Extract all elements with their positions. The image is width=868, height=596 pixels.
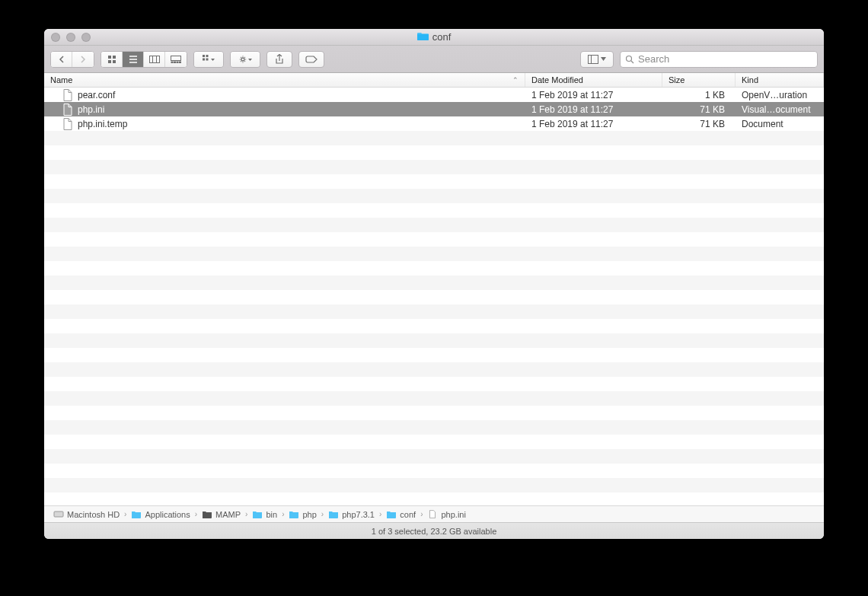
empty-row [44, 420, 824, 435]
empty-row [44, 145, 824, 160]
column-name[interactable]: Name ⌃ [44, 73, 525, 87]
action-group [230, 51, 260, 68]
view-gallery-button[interactable] [165, 52, 187, 67]
column-date[interactable]: Date Modified [525, 73, 662, 87]
breadcrumb-label: php.ini [441, 510, 465, 519]
svg-line-23 [631, 61, 633, 63]
share-icon [275, 54, 284, 65]
file-size: 71 KB [662, 104, 736, 115]
empty-row [44, 189, 824, 203]
share-button[interactable] [266, 51, 292, 68]
status-bar: 1 of 3 selected, 23.2 GB available [44, 522, 824, 539]
breadcrumb[interactable]: Applications [131, 510, 190, 519]
svg-rect-24 [54, 512, 63, 517]
titlebar: conf [44, 29, 824, 46]
file-name: php.ini [78, 104, 104, 115]
columns-icon [149, 56, 160, 63]
empty-row [44, 276, 824, 290]
empty-row [44, 478, 824, 492]
arrange-group [193, 51, 224, 68]
breadcrumb-icon [328, 510, 339, 518]
close-button[interactable] [51, 33, 60, 42]
action-button[interactable] [231, 52, 260, 67]
view-icon-button[interactable] [101, 52, 123, 67]
svg-rect-3 [113, 60, 116, 63]
breadcrumb-icon [53, 510, 64, 518]
svg-rect-16 [206, 55, 209, 57]
view-column-button[interactable] [144, 52, 165, 67]
column-size[interactable]: Size [662, 73, 736, 87]
window-title-text: conf [432, 31, 452, 43]
svg-rect-1 [113, 56, 116, 59]
empty-row [44, 218, 824, 232]
breadcrumb[interactable]: Macintosh HD [53, 510, 120, 519]
search-input[interactable] [638, 53, 812, 65]
file-size: 71 KB [662, 119, 736, 129]
svg-rect-20 [589, 55, 598, 63]
minimize-button[interactable] [66, 33, 75, 42]
svg-rect-14 [180, 62, 181, 63]
arrange-button[interactable] [194, 52, 223, 67]
empty-row [44, 304, 824, 319]
toolbar [44, 46, 824, 73]
tags-button[interactable] [298, 51, 324, 68]
file-date: 1 Feb 2019 at 11:27 [525, 104, 662, 115]
file-row[interactable]: php.ini 1 Feb 2019 at 11:27 71 KB Visual… [44, 102, 824, 116]
file-name: pear.conf [78, 90, 115, 100]
empty-row [44, 261, 824, 276]
breadcrumb[interactable]: php7.3.1 [328, 510, 375, 519]
empty-row [44, 348, 824, 362]
search-icon [625, 55, 634, 64]
breadcrumb-label: Macintosh HD [67, 510, 120, 519]
file-row[interactable]: pear.conf 1 Feb 2019 at 11:27 1 KB OpenV… [44, 88, 824, 102]
chevron-left-icon [59, 56, 65, 63]
empty-row [44, 362, 824, 377]
empty-row [44, 435, 824, 449]
svg-rect-11 [171, 62, 173, 63]
forward-button[interactable] [72, 52, 94, 67]
zoom-button[interactable] [81, 33, 91, 42]
svg-rect-10 [171, 56, 181, 60]
svg-rect-12 [174, 62, 176, 63]
breadcrumb[interactable]: conf [386, 510, 416, 519]
file-size: 1 KB [662, 90, 736, 100]
svg-rect-17 [203, 58, 205, 60]
file-kind: Document [736, 119, 824, 129]
column-header: Name ⌃ Date Modified Size Kind [44, 73, 824, 88]
breadcrumb[interactable]: php.ini [427, 510, 465, 519]
empty-row [44, 290, 824, 304]
empty-row [44, 333, 824, 348]
breadcrumb-separator-icon: › [123, 510, 128, 518]
svg-rect-15 [203, 55, 205, 57]
view-list-button[interactable] [123, 52, 144, 67]
svg-rect-18 [206, 58, 209, 60]
column-kind[interactable]: Kind [736, 73, 824, 87]
svg-point-22 [627, 56, 632, 61]
file-kind: OpenV…uration [736, 90, 824, 100]
gear-icon [238, 55, 252, 64]
breadcrumb-separator-icon: › [419, 510, 424, 518]
svg-rect-2 [108, 60, 111, 63]
breadcrumb-label: php [302, 510, 316, 519]
breadcrumb-separator-icon: › [378, 510, 383, 518]
file-date: 1 Feb 2019 at 11:27 [525, 119, 662, 129]
sidebar-toggle-button[interactable] [580, 51, 614, 68]
grid-icon [107, 55, 116, 64]
empty-row [44, 131, 824, 145]
breadcrumb[interactable]: bin [252, 510, 277, 519]
empty-row [44, 377, 824, 391]
empty-row [44, 406, 824, 420]
empty-row [44, 174, 824, 189]
file-name: php.ini.temp [78, 119, 127, 129]
file-row[interactable]: php.ini.temp 1 Feb 2019 at 11:27 71 KB D… [44, 116, 824, 131]
breadcrumb[interactable]: MAMP [202, 510, 241, 519]
breadcrumb-icon [289, 510, 299, 518]
file-list[interactable]: pear.conf 1 Feb 2019 at 11:27 1 KB OpenV… [44, 88, 824, 505]
breadcrumb-label: bin [266, 510, 277, 519]
svg-rect-0 [108, 56, 111, 59]
nav-buttons [50, 51, 94, 68]
breadcrumb[interactable]: php [289, 510, 316, 519]
back-button[interactable] [51, 52, 72, 67]
file-icon [62, 118, 73, 130]
search-field[interactable] [620, 51, 818, 68]
